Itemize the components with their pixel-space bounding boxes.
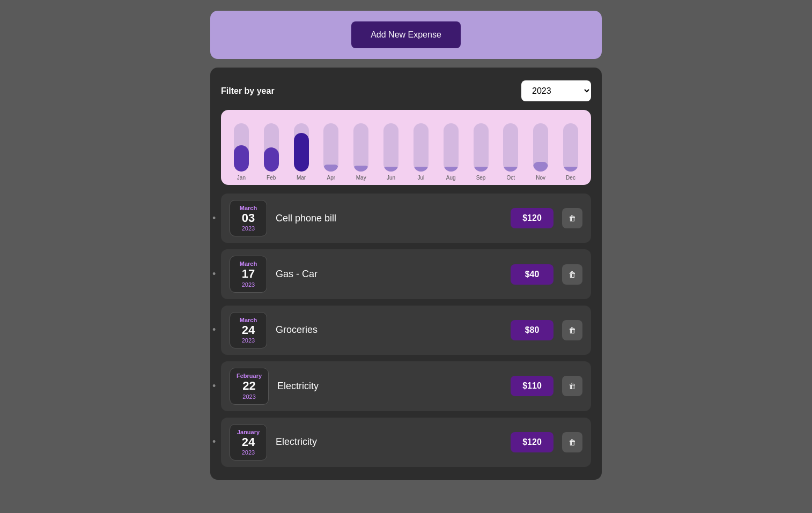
trash-icon xyxy=(569,325,576,335)
chart-bar-aug: Aug xyxy=(444,123,459,181)
trash-icon xyxy=(569,213,576,223)
expense-item: •January242023Electricity$120 xyxy=(221,418,591,467)
main-card: Filter by year 2021 2022 2023 2024 JanFe… xyxy=(210,68,602,480)
expense-amount: $110 xyxy=(511,376,553,396)
expense-amount: $80 xyxy=(511,320,553,340)
delete-expense-button[interactable] xyxy=(562,264,582,285)
expense-name: Gas - Car xyxy=(276,269,502,280)
expense-month: February xyxy=(237,373,262,379)
chart-bar-jul: Jul xyxy=(414,123,429,181)
expense-name: Groceries xyxy=(276,324,502,336)
chart-label-jun: Jun xyxy=(387,175,395,181)
chart-bar-sep: Sep xyxy=(474,123,489,181)
expense-day: 24 xyxy=(237,323,260,337)
bullet-icon: • xyxy=(212,324,216,336)
trash-icon xyxy=(569,381,576,391)
page-wrapper: Add New Expense Filter by year 2021 2022… xyxy=(210,11,602,502)
delete-expense-button[interactable] xyxy=(562,376,582,396)
chart-label-aug: Aug xyxy=(446,175,456,181)
chart-bar-jan: Jan xyxy=(234,123,249,181)
trash-icon xyxy=(569,270,576,279)
expense-month: March xyxy=(237,317,260,323)
date-badge: January242023 xyxy=(230,424,267,460)
header-banner: Add New Expense xyxy=(210,11,602,59)
chart-bar-feb: Feb xyxy=(264,123,279,181)
chart-label-mar: Mar xyxy=(297,175,306,181)
expense-item: •March242023Groceries$80 xyxy=(221,306,591,355)
expense-amount: $120 xyxy=(511,432,553,452)
date-badge: March242023 xyxy=(230,312,267,348)
date-badge: February222023 xyxy=(230,368,269,404)
date-badge: March172023 xyxy=(230,256,267,292)
chart-bar-apr: Apr xyxy=(323,123,338,181)
expense-name: Electricity xyxy=(277,381,502,392)
expense-year: 2023 xyxy=(237,337,260,344)
chart-label-dec: Dec xyxy=(566,175,575,181)
chart-bar-nov: Nov xyxy=(533,123,548,181)
expense-month: March xyxy=(237,205,260,211)
expense-year: 2023 xyxy=(237,449,260,456)
bullet-icon: • xyxy=(212,213,216,224)
delete-expense-button[interactable] xyxy=(562,320,582,340)
delete-expense-button[interactable] xyxy=(562,208,582,228)
expense-item: •March032023Cell phone bill$120 xyxy=(221,194,591,243)
filter-row: Filter by year 2021 2022 2023 2024 xyxy=(221,80,591,101)
chart-bar-may: May xyxy=(353,123,368,181)
expense-list: •March032023Cell phone bill$120•March172… xyxy=(221,194,591,467)
expense-year: 2023 xyxy=(237,225,260,232)
expense-item: •February222023Electricity$110 xyxy=(221,361,591,411)
bullet-icon: • xyxy=(212,269,216,280)
chart-label-feb: Feb xyxy=(267,175,276,181)
expense-year: 2023 xyxy=(237,393,262,400)
chart-bar-oct: Oct xyxy=(503,123,518,181)
expense-day: 22 xyxy=(237,379,262,393)
expense-month: March xyxy=(237,261,260,267)
chart-label-sep: Sep xyxy=(476,175,486,181)
expense-day: 24 xyxy=(237,435,260,449)
chart-bar-jun: Jun xyxy=(383,123,398,181)
trash-icon xyxy=(569,437,576,447)
chart-container: JanFebMarAprMayJunJulAugSepOctNovDec xyxy=(221,110,591,185)
expense-year: 2023 xyxy=(237,281,260,288)
chart-label-nov: Nov xyxy=(536,175,545,181)
bullet-icon: • xyxy=(212,436,216,448)
chart-label-may: May xyxy=(356,175,366,181)
expense-amount: $120 xyxy=(511,208,553,228)
expense-name: Electricity xyxy=(276,436,502,448)
expense-amount: $40 xyxy=(511,264,553,285)
year-select[interactable]: 2021 2022 2023 2024 xyxy=(521,80,591,101)
expense-item: •March172023Gas - Car$40 xyxy=(221,249,591,299)
expense-day: 17 xyxy=(237,267,260,281)
expense-month: January xyxy=(237,429,260,435)
expense-day: 03 xyxy=(237,211,260,225)
chart-label-jul: Jul xyxy=(417,175,424,181)
chart-label-jan: Jan xyxy=(237,175,246,181)
chart-bar-mar: Mar xyxy=(294,123,309,181)
bullet-icon: • xyxy=(212,381,216,392)
filter-label: Filter by year xyxy=(221,86,275,96)
expense-name: Cell phone bill xyxy=(276,213,502,224)
add-expense-button[interactable]: Add New Expense xyxy=(351,21,461,48)
chart-label-oct: Oct xyxy=(507,175,515,181)
date-badge: March032023 xyxy=(230,200,267,236)
chart-label-apr: Apr xyxy=(327,175,336,181)
chart-bar-dec: Dec xyxy=(563,123,578,181)
delete-expense-button[interactable] xyxy=(562,432,582,452)
